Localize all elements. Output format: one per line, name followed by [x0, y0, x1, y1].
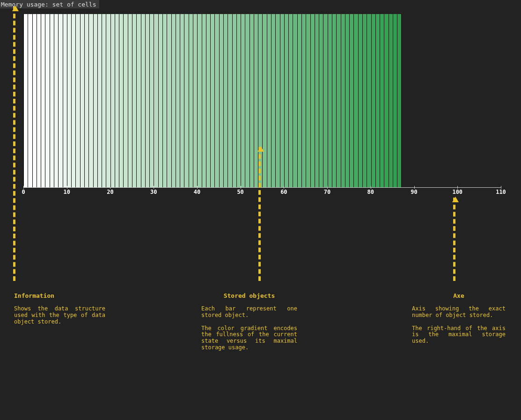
- stored-object-bar: [98, 14, 102, 187]
- stored-object-bar: [172, 14, 176, 187]
- stored-object-bar: [41, 14, 45, 187]
- stored-object-bar: [289, 14, 293, 187]
- stored-object-bar: [115, 14, 119, 187]
- stored-object-bar: [280, 14, 285, 187]
- stored-objects-bars: [23, 14, 402, 187]
- annotation-body: The right-hand of the axis is the maxima…: [412, 325, 506, 345]
- stored-object-bar: [267, 14, 272, 187]
- stored-object-bar: [393, 14, 397, 187]
- stored-object-bar: [33, 14, 37, 187]
- stored-object-bar: [211, 14, 215, 187]
- stored-object-bar: [245, 14, 249, 187]
- stored-object-bar: [159, 14, 163, 187]
- stored-object-bar: [141, 14, 146, 187]
- stored-object-bar: [76, 14, 80, 187]
- stored-object-bar: [94, 14, 98, 187]
- stored-object-bar: [254, 14, 258, 187]
- arrow-to-axis: [453, 198, 455, 281]
- stored-object-bar: [306, 14, 310, 187]
- stored-object-bar: [189, 14, 193, 187]
- stored-object-bar: [137, 14, 141, 187]
- annotation-heading: Information: [14, 292, 105, 299]
- stored-object-bar: [328, 14, 332, 187]
- stored-object-bar: [176, 14, 180, 187]
- stored-object-bar: [85, 14, 89, 187]
- stored-object-bar: [89, 14, 93, 187]
- stored-object-bar: [45, 14, 50, 187]
- arrow-to-bars: [258, 147, 261, 281]
- stored-object-bar: [163, 14, 167, 187]
- stored-object-bar: [224, 14, 228, 187]
- arrow-head-icon: [452, 197, 459, 202]
- stored-object-bar: [50, 14, 54, 187]
- stored-object-bar: [293, 14, 297, 187]
- stored-object-bar: [263, 14, 267, 187]
- stored-object-bar: [372, 14, 376, 187]
- stored-object-bar: [241, 14, 245, 187]
- stored-object-bar: [337, 14, 341, 187]
- stored-object-bar: [332, 14, 337, 187]
- stored-object-bar: [298, 14, 302, 187]
- stored-object-bar: [363, 14, 367, 187]
- stored-object-bar: [376, 14, 380, 187]
- stored-object-bar: [128, 14, 132, 187]
- stored-object-bar: [250, 14, 254, 187]
- stored-object-bar: [63, 14, 67, 187]
- stored-object-bar: [276, 14, 280, 187]
- annotation-body: Axis showing the exact number of object …: [412, 306, 506, 319]
- stored-object-bar: [167, 14, 171, 187]
- stored-object-bar: [59, 14, 63, 187]
- annotation-body: Each bar represent one stored object.: [201, 306, 297, 319]
- stored-object-bar: [350, 14, 354, 187]
- stored-object-bar: [380, 14, 384, 187]
- stored-object-bar: [302, 14, 306, 187]
- stored-object-bar: [72, 14, 76, 187]
- stored-object-bar: [397, 14, 402, 187]
- stored-object-bar: [384, 14, 389, 187]
- stored-object-bar: [323, 14, 328, 187]
- stored-object-bar: [202, 14, 206, 187]
- stored-object-bar: [184, 14, 189, 187]
- stored-object-bar: [345, 14, 350, 187]
- stored-object-bar: [315, 14, 319, 187]
- stored-object-bar: [23, 14, 28, 187]
- stored-object-bar: [119, 14, 124, 187]
- annotation-heading: Axe: [412, 292, 506, 299]
- stored-object-bar: [198, 14, 202, 187]
- arrow-head-icon: [12, 6, 19, 11]
- stored-object-bar: [228, 14, 232, 187]
- annotation-axe: Axe Axis showing the exact number of obj…: [412, 292, 506, 351]
- stored-object-bar: [67, 14, 72, 187]
- stored-object-bar: [319, 14, 323, 187]
- annotation-body: The color gradient encodes the fullness …: [201, 325, 297, 351]
- stored-object-bar: [37, 14, 41, 187]
- stored-object-bar: [124, 14, 128, 187]
- stored-object-bar: [180, 14, 184, 187]
- stored-object-bar: [354, 14, 358, 187]
- stored-object-bar: [28, 14, 32, 187]
- stored-object-bar: [106, 14, 110, 187]
- stored-object-bar: [367, 14, 371, 187]
- stored-object-bar: [154, 14, 158, 187]
- stored-object-bar: [237, 14, 241, 187]
- x-axis: 0102030405060708090100110: [23, 187, 501, 196]
- arrow-head-icon: [257, 146, 264, 152]
- stored-object-bar: [206, 14, 211, 187]
- stored-object-bar: [54, 14, 59, 187]
- stored-object-bar: [150, 14, 154, 187]
- memory-plot: [23, 14, 501, 187]
- stored-object-bar: [311, 14, 315, 187]
- stored-object-bar: [233, 14, 237, 187]
- stored-object-bar: [132, 14, 137, 187]
- annotation-information: Information Shows the data structure use…: [14, 292, 105, 332]
- stored-object-bar: [81, 14, 85, 187]
- arrow-to-title: [13, 7, 15, 281]
- stored-object-bar: [341, 14, 345, 187]
- stored-object-bar: [272, 14, 276, 187]
- stored-object-bar: [102, 14, 106, 187]
- annotation-body: Shows the data structure used with the t…: [14, 306, 105, 325]
- stored-object-bar: [359, 14, 363, 187]
- annotation-heading: Stored objects: [201, 292, 297, 299]
- annotation-stored-objects: Stored objects Each bar represent one st…: [201, 292, 297, 358]
- stored-object-bar: [220, 14, 224, 187]
